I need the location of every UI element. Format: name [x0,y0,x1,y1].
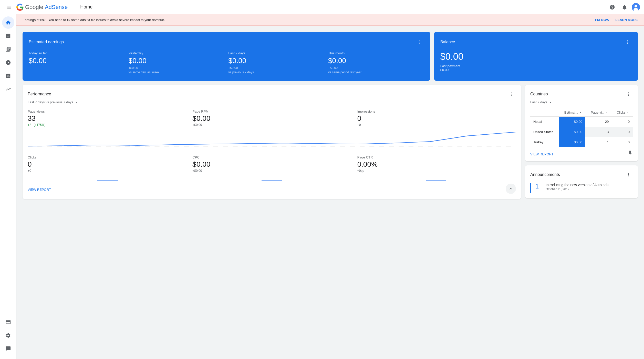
help-button[interactable] [607,2,617,12]
announcements-title: Announcements [530,172,560,177]
metric-page-ctr: Page CTR 0.00% +0pp [357,155,516,173]
table-row: Nepal $0.00 29 0 [530,116,633,127]
earnings-today-label: Today so far [29,51,124,55]
nepal-pageviews: 29 [585,116,612,127]
bottom-chart-line-2 [262,180,282,181]
topbar-divider [76,4,76,10]
learn-more-link[interactable]: LEARN MORE [616,18,638,22]
performance-metrics-row2: Clicks 0 +0 CPC $0.00 +$0.00 Page CTR 0.… [28,155,516,173]
turkey-estimated: $0.00 [559,137,585,147]
performance-period-selector[interactable]: Last 7 days vs previous 7 days [28,100,516,104]
countries-title: Countries [530,92,548,96]
countries-col-country [530,108,559,117]
pin-icon[interactable] [628,150,633,156]
metric-page-views-label: Page views [28,109,186,113]
earnings-today: Today so far $0.00 [29,51,124,75]
earnings-menu-button[interactable] [416,38,424,46]
sidebar [0,14,16,209]
page-title: Home [80,4,92,10]
balance-menu-button[interactable] [624,38,632,46]
performance-metrics-row1: Page views 33 +21 (+175%) Page RPM $0.00… [28,109,516,127]
countries-card: Countries Last 7 days [525,85,638,161]
countries-menu-button[interactable] [625,90,633,98]
earnings-card-title: Estimated earnings [29,40,64,44]
sidebar-item-blocking[interactable] [2,56,14,69]
metric-cpc-delta: +$0.00 [192,169,351,173]
metric-page-ctr-delta: +0pp [357,169,516,173]
nepal-estimated: $0.00 [559,116,585,127]
country-turkey: Turkey [530,137,559,147]
topbar-icons [607,2,640,12]
performance-card: Performance Last 7 days vs previous 7 da… [23,85,521,199]
earnings-section: Estimated earnings Today so far $0.00 Ye… [23,32,638,81]
balance-card-title: Balance [440,40,455,44]
main-content: Earnings at risk - You need to fix some … [16,14,644,209]
middle-row: Performance Last 7 days vs previous 7 da… [23,85,638,203]
metric-page-views-value: 33 [28,114,186,123]
sidebar-item-optimization[interactable] [2,83,14,95]
scroll-up-button[interactable] [506,184,516,194]
metric-clicks-delta: +0 [28,169,186,173]
earnings-yesterday: Yesterday $0.00 +$0.00 vs same day last … [129,51,224,75]
balance-last-payment-label: Last payment [440,64,632,68]
metric-impressions: Impressions 0 +0 [357,109,516,127]
metric-impressions-label: Impressions [357,109,516,113]
metric-clicks: Clicks 0 +0 [28,155,186,173]
sidebar-item-reports[interactable] [2,70,14,82]
sidebar-item-ads[interactable] [2,30,14,42]
announcement-bar [530,183,531,193]
countries-col-pageviews[interactable]: Page vi... [585,108,612,117]
balance-card-header: Balance [440,38,632,46]
countries-col-clicks[interactable]: Clicks [612,108,633,117]
hamburger-menu[interactable] [4,2,14,12]
app-name-text: Google AdSense [25,4,68,11]
balance-card: Balance $0.00 Last payment $0.00 [434,32,638,81]
alert-banner: Earnings at risk - You need to fix some … [16,14,644,26]
table-row: Turkey $0.00 1 0 [530,137,633,147]
estimated-earnings-card: Estimated earnings Today so far $0.00 Ye… [23,32,430,81]
metric-impressions-value: 0 [357,114,516,123]
google-adsense-logo: Google AdSense [16,4,68,11]
fix-now-link[interactable]: FIX NOW [595,18,609,22]
country-nepal: Nepal [530,116,559,127]
metric-page-views: Page views 33 +21 (+175%) [28,109,186,127]
performance-chart [28,131,516,151]
countries-view-report-link[interactable]: VIEW REPORT [530,152,554,156]
metric-page-ctr-value: 0.00% [357,160,516,168]
bottom-charts [28,177,516,181]
notifications-button[interactable] [619,2,630,12]
turkey-clicks: 0 [612,137,633,147]
bottom-chart-2 [192,180,352,181]
earnings-last7: Last 7 days $0.00 +$0.00 vs previous 7 d… [228,51,324,75]
earnings-yesterday-sub: +$0.00 vs same day last week [129,66,224,75]
balance-value: $0.00 [440,51,632,62]
nepal-clicks: 0 [612,116,633,127]
metric-page-views-delta: +21 (+175%) [28,123,186,127]
earnings-yesterday-value: $0.00 [129,57,224,65]
announcements-menu-button[interactable] [625,171,633,179]
metric-impressions-delta: +0 [357,123,516,127]
announcement-date: October 11, 2019 [546,187,608,191]
metric-page-ctr-label: Page CTR [357,155,516,159]
turkey-pageviews: 1 [585,137,612,147]
metric-page-rpm-label: Page RPM [192,109,351,113]
user-avatar[interactable] [632,3,640,11]
announcement-title: Introducing the new version of Auto ads [546,183,608,187]
earnings-last7-sub: +$0.00 vs previous 7 days [228,66,324,75]
metric-cpc: CPC $0.00 +$0.00 [192,155,351,173]
sidebar-item-home[interactable] [2,16,14,29]
performance-menu-button[interactable] [508,90,516,98]
svg-point-1 [635,5,637,7]
performance-header: Performance [28,90,516,98]
performance-view-report-link[interactable]: VIEW REPORT [28,188,51,192]
metric-page-rpm-value: $0.00 [192,114,351,123]
countries-period-selector[interactable]: Last 7 days [530,100,633,104]
earnings-today-value: $0.00 [29,57,124,65]
sidebar-item-sites[interactable] [2,43,14,55]
metric-cpc-value: $0.00 [192,160,351,168]
countries-col-estimated[interactable]: Estimat... [559,108,585,117]
earnings-last7-value: $0.00 [228,57,324,65]
metric-page-rpm-delta: +$0.00 [192,123,351,127]
countries-footer: VIEW REPORT [530,150,633,156]
balance-last-payment-value: $0.00 [440,68,632,72]
